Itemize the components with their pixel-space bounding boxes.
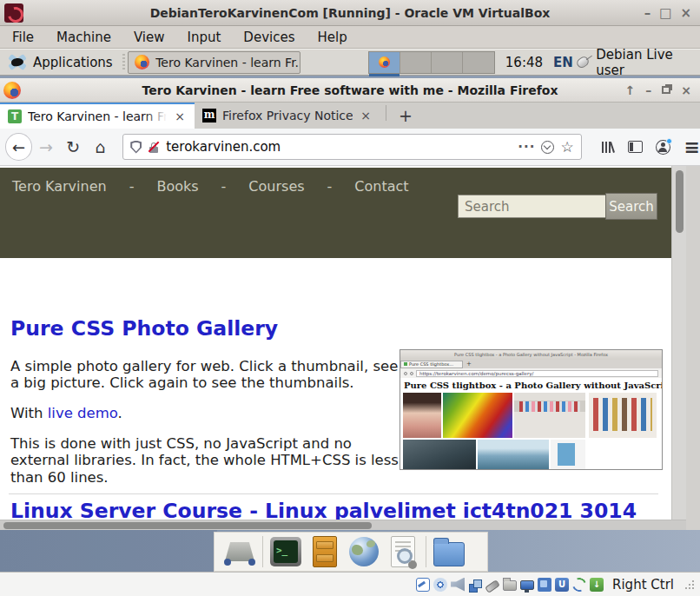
reload-button[interactable]: ↻ bbox=[60, 137, 87, 156]
new-tab-button[interactable]: + bbox=[392, 106, 419, 125]
nav-separator: - bbox=[327, 178, 333, 195]
window-minimize-button[interactable]: – bbox=[645, 83, 651, 97]
keyboard-layout-indicator[interactable]: EN bbox=[553, 55, 573, 70]
vbox-close-button[interactable]: × bbox=[680, 5, 691, 21]
next-article-heading[interactable]: Linux Server Course - Linux palvelimet i… bbox=[10, 499, 670, 520]
window-close-button[interactable]: × bbox=[681, 83, 691, 97]
gallery-screenshot-image[interactable]: Pure CSS tlightbox - a Photo Gallery wit… bbox=[400, 349, 663, 470]
tab-label: Tero Karvinen - learn Fre bbox=[28, 109, 167, 123]
vertical-scrollbar-thumb[interactable] bbox=[676, 170, 683, 233]
firefox-icon bbox=[135, 55, 149, 70]
file-cabinet-icon bbox=[313, 536, 337, 567]
firefox-tabbar: T Tero Karvinen - learn Fre × m Firefox … bbox=[0, 103, 700, 129]
task-button-label: Tero Karvinen - learn Fr... bbox=[155, 56, 300, 70]
nav-link-courses[interactable]: Courses bbox=[248, 178, 304, 195]
display-icon[interactable] bbox=[520, 580, 534, 590]
window-restore-button[interactable] bbox=[662, 86, 670, 94]
workspace-2[interactable] bbox=[400, 52, 432, 73]
features-icon[interactable]: U bbox=[555, 578, 569, 592]
article-paragraph: A simple photo gallery for web. Click a … bbox=[10, 358, 403, 392]
audio-icon[interactable] bbox=[451, 578, 465, 592]
home-button[interactable]: ⌂ bbox=[87, 137, 114, 156]
mini-new-tab: + bbox=[466, 361, 472, 368]
workspace-1[interactable] bbox=[369, 52, 400, 73]
mouse-settings-icon[interactable] bbox=[575, 55, 591, 70]
workspace-4[interactable] bbox=[463, 52, 494, 73]
forward-button[interactable]: → bbox=[32, 137, 59, 156]
firefox-icon bbox=[379, 56, 390, 68]
applications-label: Applications bbox=[33, 55, 113, 70]
thumbnail-skateboards bbox=[589, 393, 657, 438]
nav-link-contact[interactable]: Contact bbox=[354, 178, 408, 195]
pocket-icon[interactable] bbox=[541, 141, 554, 154]
mouse-integration-icon[interactable] bbox=[570, 575, 588, 593]
vbox-maximize-button[interactable]: □ bbox=[659, 5, 671, 21]
article-heading[interactable]: Pure CSS Photo Gallery bbox=[10, 316, 278, 341]
show-desktop-button[interactable] bbox=[223, 535, 256, 568]
dock-separator bbox=[262, 536, 263, 567]
web-browser-launcher[interactable] bbox=[347, 535, 380, 568]
menu-help[interactable]: Help bbox=[317, 30, 347, 45]
nav-link-home[interactable]: Tero Karvinen bbox=[12, 178, 107, 195]
search-input[interactable] bbox=[458, 195, 605, 218]
usb-icon[interactable] bbox=[485, 579, 500, 593]
vertical-scrollbar[interactable] bbox=[671, 166, 686, 520]
url-bar[interactable]: terokarvinen.com ··· ☆ bbox=[122, 134, 581, 160]
with-text: With bbox=[10, 405, 48, 421]
thumbnail-museum-wall bbox=[514, 393, 585, 438]
account-icon[interactable] bbox=[656, 140, 670, 155]
menu-view[interactable]: View bbox=[134, 30, 165, 45]
tab-close-icon[interactable]: × bbox=[359, 109, 373, 123]
horizontal-scrollbar-thumb[interactable] bbox=[3, 522, 372, 529]
applications-menu-button[interactable]: Applications bbox=[0, 50, 120, 75]
nav-link-books[interactable]: Books bbox=[156, 178, 198, 195]
horizontal-scrollbar[interactable] bbox=[0, 520, 686, 530]
taskbar-firefox-button[interactable]: Tero Karvinen - learn Fr... bbox=[128, 51, 300, 74]
article-paragraph: With live demo. bbox=[10, 405, 403, 421]
back-button[interactable]: ← bbox=[5, 133, 32, 161]
nav-separator: - bbox=[129, 178, 135, 195]
terminal-launcher[interactable]: >_ bbox=[269, 535, 302, 568]
menu-hamburger-icon[interactable]: ≡ bbox=[684, 136, 700, 158]
globe-icon bbox=[349, 537, 379, 566]
desktop-background: >_ bbox=[0, 530, 700, 572]
shared-folders-icon[interactable] bbox=[503, 580, 517, 591]
optical-disc-icon[interactable] bbox=[433, 578, 447, 592]
tab-tero-karvinen[interactable]: T Tero Karvinen - learn Fre × bbox=[0, 103, 195, 129]
desktop-shade bbox=[0, 530, 217, 572]
keyboard-capture-icon[interactable]: ↓ bbox=[590, 578, 604, 592]
tab-privacy-notice[interactable]: m Firefox Privacy Notice — × bbox=[195, 103, 380, 129]
sidebar-toggle-icon[interactable] bbox=[628, 141, 643, 153]
library-icon[interactable] bbox=[601, 140, 616, 155]
vbox-minimize-button[interactable]: – bbox=[644, 5, 651, 21]
tab-close-icon[interactable]: × bbox=[173, 109, 187, 123]
insecure-connection-lock-icon[interactable] bbox=[148, 141, 160, 154]
menu-input[interactable]: Input bbox=[188, 30, 221, 45]
url-text[interactable]: terokarvinen.com bbox=[166, 139, 512, 155]
live-demo-link[interactable]: live demo bbox=[48, 405, 118, 421]
recording-icon[interactable] bbox=[538, 578, 551, 592]
menu-devices[interactable]: Devices bbox=[243, 30, 294, 45]
menu-file[interactable]: File bbox=[12, 30, 34, 45]
file-manager-launcher[interactable] bbox=[433, 535, 466, 568]
window-shade-button[interactable]: ↑ bbox=[625, 83, 636, 97]
workspace-switcher bbox=[368, 51, 495, 74]
resize-grip[interactable] bbox=[684, 579, 695, 590]
hard-disk-icon[interactable] bbox=[416, 578, 430, 592]
terminal-icon: >_ bbox=[270, 537, 301, 566]
search-files-launcher[interactable] bbox=[386, 535, 419, 568]
mini-nav-icon bbox=[404, 372, 407, 375]
vbox-window-title: DebianTeroKarvinenCom [Running] - Oracle… bbox=[0, 6, 700, 20]
workspace-3[interactable] bbox=[432, 52, 463, 73]
article-paragraph: This is done with just CSS, no JavaScrip… bbox=[10, 435, 403, 486]
menu-machine[interactable]: Machine bbox=[56, 30, 111, 45]
network-icon[interactable] bbox=[468, 579, 482, 593]
search-button[interactable]: Search bbox=[605, 193, 657, 220]
page-actions-icon[interactable]: ··· bbox=[518, 139, 535, 155]
bookmark-star-icon[interactable]: ☆ bbox=[560, 138, 573, 156]
session-user-label[interactable]: Debian Live user bbox=[596, 47, 693, 78]
file-cabinet-launcher[interactable] bbox=[308, 535, 341, 568]
panel-clock[interactable]: 16:48 bbox=[505, 55, 543, 70]
tracking-protection-shield-icon[interactable] bbox=[130, 141, 142, 154]
period-text: . bbox=[118, 405, 122, 421]
